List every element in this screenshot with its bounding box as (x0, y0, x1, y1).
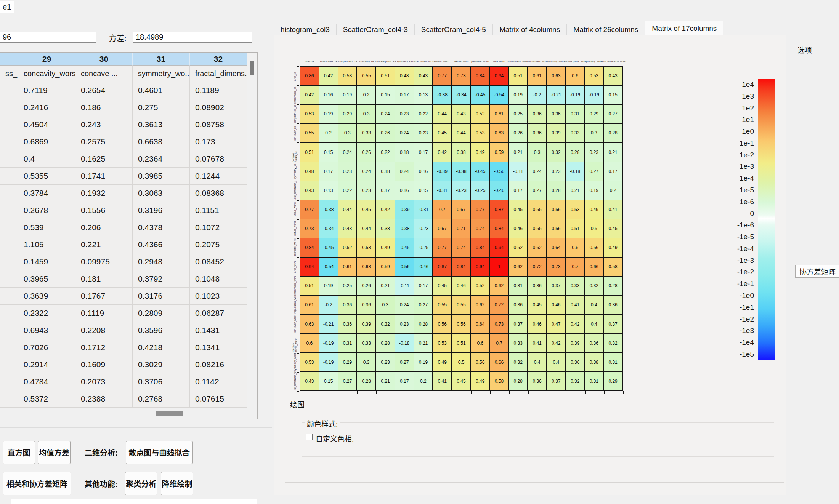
column-number-header[interactable]: 31 (133, 53, 190, 66)
tab-matrix-of-4columns[interactable]: Matrix of 4columns (493, 24, 567, 35)
table-cell[interactable]: 0.1767 (75, 288, 133, 305)
table-cell[interactable]: 0.2416 (18, 99, 75, 116)
column-name-header[interactable]: fractal_dimens... (190, 66, 247, 82)
table-cell[interactable]: 0.08216 (190, 356, 247, 373)
table-cell[interactable]: 0.4784 (18, 373, 75, 390)
covariance-matrix-button[interactable]: 协方差矩阵 (795, 265, 839, 278)
table-cell[interactable]: 0.1244 (190, 168, 247, 185)
table-cell[interactable] (0, 373, 18, 390)
table-cell[interactable]: 0.2208 (75, 322, 133, 339)
table-cell[interactable]: 0.1459 (18, 253, 75, 270)
table-cell[interactable] (0, 356, 18, 373)
table-cell[interactable]: 0.5355 (18, 168, 75, 185)
table-cell[interactable] (0, 202, 18, 219)
table-cell[interactable] (0, 150, 18, 168)
table-cell[interactable] (0, 390, 18, 408)
column-name-header[interactable]: ss_... (0, 66, 18, 82)
table-cell[interactable]: 0.08452 (190, 253, 247, 270)
column-name-header[interactable]: concavity_worst (18, 66, 75, 82)
table-cell[interactable]: 0.2388 (75, 390, 133, 408)
table-cell[interactable]: 0.539 (18, 219, 75, 236)
column-number-header[interactable]: 29 (18, 53, 75, 66)
table-cell[interactable]: 0.1932 (75, 185, 133, 202)
table-cell[interactable]: 0.1625 (75, 150, 133, 168)
table-cell[interactable]: 0.2809 (133, 305, 190, 322)
column-name-header[interactable]: symmetry_wo... (133, 66, 190, 82)
table-cell[interactable]: 0.3613 (133, 116, 190, 133)
table-cell[interactable] (0, 168, 18, 185)
table-cell[interactable] (0, 116, 18, 133)
table-cell[interactable]: 0.06287 (190, 305, 247, 322)
table-cell[interactable]: 0.206 (75, 219, 133, 236)
table-cell[interactable]: 0.3792 (133, 270, 190, 288)
stat-value-input[interactable] (0, 32, 96, 43)
variance-input[interactable] (133, 32, 252, 43)
table-cell[interactable]: 0.1431 (190, 322, 247, 339)
table-cell[interactable] (0, 288, 18, 305)
table-cell[interactable]: 0.3985 (133, 168, 190, 185)
table-cell[interactable]: 0.1048 (190, 270, 247, 288)
table-cell[interactable]: 0.2575 (75, 133, 133, 150)
table-cell[interactable]: 0.275 (133, 99, 190, 116)
table-cell[interactable]: 0.4378 (133, 219, 190, 236)
table-cell[interactable]: 0.3784 (18, 185, 75, 202)
corr-cov-matrix-button[interactable]: 相关和协方差矩阵 (3, 472, 71, 495)
table-cell[interactable]: 0.1741 (75, 168, 133, 185)
table-cell[interactable]: 0.186 (75, 99, 133, 116)
table-cell[interactable]: 0.1119 (75, 305, 133, 322)
table-vertical-scrollbar[interactable] (250, 61, 254, 75)
table-cell[interactable]: 0.1151 (190, 202, 247, 219)
table-cell[interactable]: 0.3196 (133, 202, 190, 219)
table-cell[interactable]: 1.105 (18, 236, 75, 253)
column-number-header[interactable] (0, 53, 18, 66)
table-cell[interactable]: 0.2654 (75, 82, 133, 99)
table-cell[interactable] (0, 133, 18, 150)
table-cell[interactable]: 0.6869 (18, 133, 75, 150)
table-cell[interactable]: 0.1142 (190, 373, 247, 390)
table-cell[interactable]: 0.2075 (190, 236, 247, 253)
tab-matrix-of-26columns[interactable]: Matrix of 26columns (567, 24, 645, 35)
table-cell[interactable]: 0.4366 (133, 236, 190, 253)
table-cell[interactable]: 0.2073 (75, 373, 133, 390)
table-cell[interactable] (0, 236, 18, 253)
histogram-button[interactable]: 直方图 (3, 441, 35, 464)
table-cell[interactable]: 0.5372 (18, 390, 75, 408)
dim-reduction-button[interactable]: 降维绘制 (161, 472, 193, 495)
table-cell[interactable]: 0.3176 (133, 288, 190, 305)
cluster-analysis-button[interactable]: 聚类分析 (125, 472, 157, 495)
table-cell[interactable]: 0.2678 (18, 202, 75, 219)
table-cell[interactable]: 0.1556 (75, 202, 133, 219)
table-cell[interactable]: 0.243 (75, 116, 133, 133)
table-cell[interactable]: 0.173 (190, 133, 247, 150)
table-cell[interactable]: 0.1341 (190, 339, 247, 356)
table-cell[interactable]: 0.4504 (18, 116, 75, 133)
table-cell[interactable]: 0.2364 (133, 150, 190, 168)
table-horizontal-scrollbar[interactable] (156, 411, 183, 416)
table-cell[interactable]: 0.7026 (18, 339, 75, 356)
table-cell[interactable] (0, 82, 18, 99)
tab-scattergram-col4-3[interactable]: ScatterGram_col4-3 (337, 24, 415, 35)
table-cell[interactable]: 0.3029 (133, 356, 190, 373)
table-cell[interactable]: 0.4601 (133, 82, 190, 99)
table-cell[interactable]: 0.08758 (190, 116, 247, 133)
table-cell[interactable] (0, 219, 18, 236)
table-cell[interactable]: 0.08902 (190, 99, 247, 116)
table-cell[interactable]: 0.3063 (133, 185, 190, 202)
table-cell[interactable]: 0.1023 (190, 288, 247, 305)
table-cell[interactable] (0, 322, 18, 339)
tab-matrix-of-17columns[interactable]: Matrix of 17columns (645, 21, 723, 35)
table-cell[interactable]: 0.181 (75, 270, 133, 288)
column-name-header[interactable]: concave ... (75, 66, 133, 82)
table-cell[interactable] (0, 185, 18, 202)
table-cell[interactable]: 0.221 (75, 236, 133, 253)
table-cell[interactable]: 0.1072 (190, 219, 247, 236)
table-cell[interactable]: 0.2768 (133, 390, 190, 408)
table-cell[interactable]: 0.08368 (190, 185, 247, 202)
table-cell[interactable]: 0.3706 (133, 373, 190, 390)
table-cell[interactable]: 0.7119 (18, 82, 75, 99)
column-number-header[interactable]: 32 (190, 53, 247, 66)
table-cell[interactable] (0, 270, 18, 288)
table-cell[interactable]: 0.4218 (133, 339, 190, 356)
custom-hue-checkbox[interactable] (306, 434, 313, 440)
table-cell[interactable]: 0.6943 (18, 322, 75, 339)
